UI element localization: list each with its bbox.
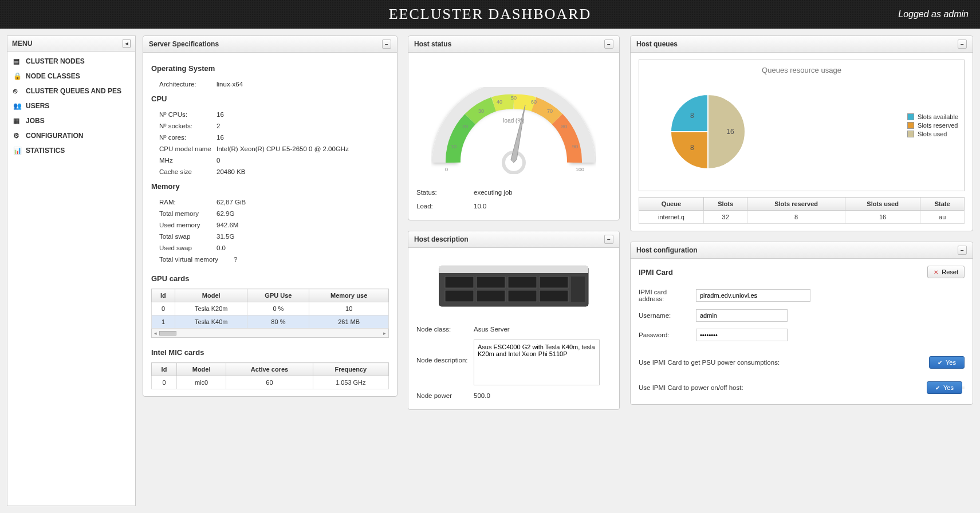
label: Node power bbox=[416, 392, 474, 399]
server-icon: ▤ bbox=[13, 57, 21, 65]
menu-title: MENU bbox=[12, 40, 32, 48]
value: Intel(R) Xeon(R) CPU E5-2650 0 @ 2.00GHz bbox=[217, 145, 349, 152]
panel-title: Host queues bbox=[636, 40, 678, 48]
legend-label: Slots used bbox=[918, 131, 947, 137]
lock-icon: 🔒 bbox=[13, 72, 21, 80]
app-title: EECLUSTER DASHBOARD bbox=[389, 6, 592, 23]
label: MHz bbox=[159, 157, 217, 164]
minimize-button[interactable]: − bbox=[604, 40, 613, 49]
col-header[interactable]: Frequency bbox=[313, 363, 388, 376]
minimize-button[interactable]: − bbox=[604, 235, 613, 244]
gpu-table[interactable]: IdModelGPU UseMemory use0Tesla K20m0 %10… bbox=[151, 289, 389, 329]
value: 31.5G bbox=[217, 233, 234, 240]
col-header[interactable]: Slots used bbox=[845, 198, 920, 211]
col-header[interactable]: Active cores bbox=[226, 363, 313, 376]
sidebar-item-jobs[interactable]: ▦JOBS bbox=[7, 113, 135, 128]
col-header[interactable]: Id bbox=[152, 363, 177, 376]
col-header[interactable]: Model bbox=[176, 363, 226, 376]
host-config-panel: Host configuration − IPMI Card Reset IPM… bbox=[630, 242, 973, 405]
value: linux-x64 bbox=[217, 81, 243, 88]
queue-table[interactable]: QueueSlotsSlots reservedSlots usedStatei… bbox=[639, 197, 965, 224]
col-header[interactable]: Id bbox=[152, 289, 175, 302]
panel-title: Host status bbox=[414, 40, 451, 48]
label: Used memory bbox=[159, 222, 217, 228]
svg-rect-17 bbox=[477, 277, 505, 288]
sidebar-item-cluster-nodes[interactable]: ▤CLUSTER NODES bbox=[7, 54, 135, 69]
memory-heading: Memory bbox=[151, 182, 389, 191]
col-header[interactable]: Model bbox=[175, 289, 247, 302]
server-image bbox=[434, 261, 594, 312]
col-header[interactable]: Slots bbox=[703, 198, 747, 211]
label: Status: bbox=[416, 189, 474, 196]
power-toggle-button[interactable]: Yes bbox=[927, 381, 962, 394]
psu-toggle-button[interactable]: Yes bbox=[929, 356, 965, 369]
ipmi-password-input[interactable] bbox=[696, 329, 788, 341]
minimize-button[interactable]: − bbox=[958, 246, 967, 255]
value: 62,87 GiB bbox=[217, 199, 246, 206]
mic-table[interactable]: IdModelActive coresFrequency0mic0601.053… bbox=[151, 362, 389, 389]
col-header[interactable]: GPU Use bbox=[247, 289, 309, 302]
legend-label: Slots available bbox=[918, 113, 958, 120]
value: 2 bbox=[217, 123, 220, 129]
label: Total memory bbox=[159, 210, 217, 217]
cpu-heading: CPU bbox=[151, 94, 389, 103]
sidebar-item-cluster-queues-and-pes[interactable]: ⎋CLUSTER QUEUES AND PES bbox=[7, 84, 135, 98]
table-row[interactable]: 1Tesla K40m80 %261 MB bbox=[152, 315, 389, 329]
svg-rect-21 bbox=[477, 290, 505, 302]
svg-text:10: 10 bbox=[451, 144, 456, 149]
col-header[interactable]: State bbox=[920, 198, 965, 211]
col-header[interactable]: Slots reserved bbox=[747, 198, 845, 211]
chart-icon: 📊 bbox=[13, 147, 21, 155]
svg-text:50: 50 bbox=[511, 95, 517, 101]
col-header[interactable]: Memory use bbox=[309, 289, 389, 302]
sidebar-item-statistics[interactable]: 📊STATISTICS bbox=[7, 143, 135, 158]
svg-rect-23 bbox=[540, 290, 568, 302]
ipmi-heading: IPMI Card bbox=[639, 268, 673, 277]
label: Node description: bbox=[416, 340, 474, 364]
sidebar-item-users[interactable]: 👥USERS bbox=[7, 98, 135, 113]
svg-text:0: 0 bbox=[445, 167, 448, 172]
jobs-icon: ▦ bbox=[13, 117, 21, 125]
value: 942.6M bbox=[217, 222, 238, 228]
legend-label: Slots reserved bbox=[918, 122, 958, 129]
load-gauge: load (%) 0 10 20 30 40 50 60 70 80 90 10… bbox=[428, 65, 600, 174]
label: Use IPMI Card to power on/off host: bbox=[639, 384, 927, 391]
value: ? bbox=[234, 256, 237, 263]
label: Cache size bbox=[159, 168, 217, 175]
sidebar-item-node-classes[interactable]: 🔒NODE CLASSES bbox=[7, 69, 135, 84]
label: IPMI card address: bbox=[639, 289, 696, 302]
label: Password: bbox=[639, 332, 696, 338]
sidebar-item-configuration[interactable]: ⚙CONFIGURATION bbox=[7, 128, 135, 143]
label: Used swap bbox=[159, 244, 217, 251]
check-icon bbox=[935, 384, 941, 391]
table-row[interactable]: internet.q32816au bbox=[639, 211, 965, 224]
value: 0 bbox=[217, 157, 220, 164]
node-description-textarea[interactable] bbox=[474, 340, 600, 385]
svg-rect-22 bbox=[508, 290, 537, 302]
label: Total swap bbox=[159, 233, 217, 240]
svg-text:40: 40 bbox=[497, 99, 502, 105]
ipmi-username-input[interactable] bbox=[696, 309, 788, 322]
value: 16 bbox=[217, 134, 224, 141]
label: Load: bbox=[416, 203, 474, 210]
value: 10.0 bbox=[474, 203, 486, 210]
table-row[interactable]: 0Tesla K20m0 %10 bbox=[152, 302, 389, 315]
table-row[interactable]: 0mic0601.053 GHz bbox=[152, 376, 389, 389]
svg-rect-16 bbox=[445, 277, 474, 288]
col-header[interactable]: Queue bbox=[639, 198, 704, 211]
ipmi-address-input[interactable] bbox=[696, 289, 810, 302]
collapse-sidebar-button[interactable]: ◂ bbox=[123, 40, 131, 48]
svg-text:80: 80 bbox=[561, 124, 567, 129]
scrollbar[interactable]: ◂▸ bbox=[151, 329, 389, 338]
value: 16 bbox=[217, 111, 224, 118]
pie-title: Queues resource usage bbox=[645, 66, 958, 74]
app-header: EECLUSTER DASHBOARD Logged as admin bbox=[0, 0, 980, 29]
label: Architecture: bbox=[159, 81, 217, 88]
reset-button[interactable]: Reset bbox=[927, 266, 965, 278]
label: Nº CPUs: bbox=[159, 111, 217, 118]
minimize-button[interactable]: − bbox=[958, 40, 967, 49]
svg-text:20: 20 bbox=[462, 124, 468, 129]
svg-rect-20 bbox=[445, 290, 474, 302]
check-icon bbox=[938, 359, 943, 366]
minimize-button[interactable]: − bbox=[382, 40, 391, 49]
